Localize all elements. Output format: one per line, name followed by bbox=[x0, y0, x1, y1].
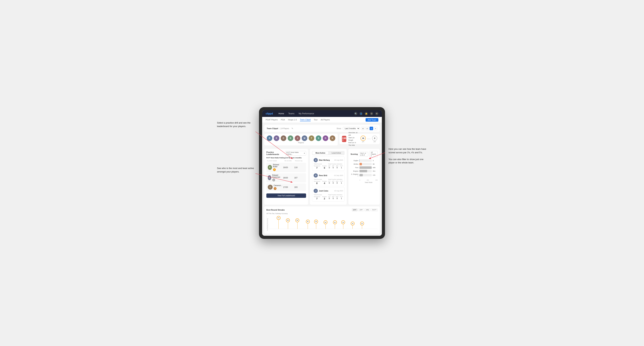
player-avatar-7[interactable]: T bbox=[309, 135, 314, 141]
activity-card: J Josh Coles 26 Aug 2023 Total Rounds To… bbox=[312, 187, 344, 201]
shot-badge: 198 sc bbox=[342, 136, 346, 142]
activity-cards: B Blair McHarg 26 Aug 2023 Total Rounds … bbox=[312, 156, 344, 201]
streak-btn-putt[interactable]: PUTT bbox=[371, 208, 378, 211]
subnav-pga[interactable]: PGA bbox=[281, 119, 285, 121]
nav-performance[interactable]: My Performance bbox=[299, 112, 314, 115]
grid-active-icon[interactable]: ⊡ bbox=[370, 127, 373, 130]
nav-home[interactable]: Home bbox=[278, 112, 284, 115]
list-icon[interactable]: ≡ bbox=[374, 127, 377, 130]
pac-date: 26 Aug 2023 bbox=[334, 159, 343, 161]
pac-avatar: J bbox=[314, 189, 318, 193]
chart-x-axis: 0200400 bbox=[350, 179, 378, 181]
streak-btn-arg[interactable]: ARG bbox=[364, 208, 370, 211]
pin-badge: 4x bbox=[333, 220, 337, 224]
bar-row: Eagles 3 bbox=[350, 159, 378, 162]
pin-badge: 4x bbox=[341, 220, 345, 224]
player-avatar-9[interactable]: D bbox=[323, 135, 328, 141]
bar-fill bbox=[360, 174, 362, 176]
add-team-button[interactable]: Add Team bbox=[366, 118, 378, 122]
leaderboard-rows: R Richard Butler 1 19/20 110 E Edward Cr… bbox=[266, 163, 306, 191]
pin-line bbox=[316, 223, 316, 229]
shot-card: 198 sc Shot Dist: 16 yds Start Lie: Roug… bbox=[340, 134, 380, 144]
player-avatar-3[interactable]: C bbox=[281, 135, 286, 141]
subnav-pgat[interactable]: PGAT Players bbox=[266, 119, 278, 121]
player-avatar-6[interactable]: M bbox=[302, 135, 307, 141]
lb-name: Edward Crossman bbox=[272, 174, 282, 178]
player-avatar-2[interactable]: E bbox=[274, 135, 279, 141]
lb-player: E Edward Crossman 2 bbox=[268, 174, 282, 181]
streak-btn-app[interactable]: APP bbox=[358, 208, 364, 211]
team-name: Team Clippd bbox=[267, 127, 278, 130]
lb-name: Richard Butler bbox=[273, 164, 282, 168]
edit-icon[interactable]: ✎ bbox=[292, 127, 293, 130]
player-filter-dropdown[interactable]: All Players ▾ bbox=[370, 151, 378, 157]
bar-label: Bogeys bbox=[350, 170, 358, 172]
practice-val: 6 bbox=[322, 167, 326, 169]
app-val: 0 bbox=[332, 182, 334, 184]
subnav-teamclippd[interactable]: Team Clippd bbox=[300, 119, 310, 121]
player-avatar-5[interactable]: J bbox=[295, 135, 300, 141]
shot-circle-1: 16 bbox=[360, 136, 366, 141]
leaderboard-dropdown[interactable]: PUTT Must Make Putting... ▾ bbox=[285, 151, 306, 156]
leaderboard-row: C Cameron... 3 17/20 103 bbox=[266, 183, 306, 191]
view-full-leaderboard-button[interactable]: View Full Leaderboard bbox=[266, 193, 306, 198]
least-active-toggle[interactable]: Least Active bbox=[328, 151, 344, 155]
practice-leaderboard-panel: Practice Leaderboards PUTT Must Make Put… bbox=[264, 149, 308, 205]
bar-row: Birdies 96 bbox=[350, 163, 378, 165]
total-practice-label: Total Practice Activities bbox=[328, 178, 343, 180]
search-icon[interactable]: 🔍 bbox=[354, 112, 357, 115]
bell-icon[interactable]: 🔔 bbox=[365, 112, 368, 115]
player-avatar-1[interactable]: R bbox=[267, 135, 272, 141]
pac-player: R Rees Britt bbox=[314, 173, 327, 177]
arg-val: 0 bbox=[336, 182, 338, 184]
bar-fill bbox=[360, 170, 367, 172]
bar-fill bbox=[360, 166, 372, 169]
subnav-allplayers[interactable]: All Players bbox=[321, 119, 330, 121]
grid-3-icon[interactable]: ⊟ bbox=[366, 127, 369, 130]
lb-score: 19/20 bbox=[283, 166, 294, 169]
three-col-section: Practice Leaderboards PUTT Must Make Put… bbox=[264, 149, 380, 205]
period-dropdown[interactable]: Last 3 months bbox=[343, 127, 360, 130]
subnav-tour[interactable]: Tour bbox=[314, 119, 318, 121]
scoring-title: Scoring bbox=[350, 153, 358, 155]
streaks-header: Best Round Streaks OTTAPPARGPUTT bbox=[266, 208, 378, 211]
lb-badge: 2 bbox=[272, 178, 275, 181]
most-active-toggle[interactable]: Most Active bbox=[312, 151, 328, 155]
nav-icons: 🔍 👤 🔔 ⚙ ▼ bbox=[354, 112, 378, 115]
settings-icon[interactable]: ⚙ bbox=[370, 112, 373, 115]
streaks-section: Best Round Streaks OTTAPPARGPUTT Off The… bbox=[264, 206, 380, 234]
tablet-frame: clippd Home Teams My Performance 🔍 👤 🔔 ⚙… bbox=[259, 107, 385, 239]
avatar-icon[interactable]: ▼ bbox=[375, 112, 378, 115]
bar-row: Bogeys 311 bbox=[350, 170, 378, 172]
total-rounds-label: Total Rounds bbox=[314, 178, 326, 180]
player-avatar-10[interactable]: K bbox=[330, 135, 335, 141]
annotation-top-left: Select a practice drill and see the lead… bbox=[217, 121, 256, 128]
tournament-val: 7 bbox=[314, 197, 320, 200]
team-count: | 14 Players bbox=[280, 128, 289, 130]
putt-val: 1 bbox=[340, 197, 343, 199]
tablet-screen: clippd Home Teams My Performance 🔍 👤 🔔 ⚙… bbox=[262, 110, 382, 236]
bar-track bbox=[360, 170, 372, 172]
leaderboard-row: R Richard Butler 1 19/20 110 bbox=[266, 163, 306, 172]
pac-header: J Josh Coles 26 Aug 2023 bbox=[314, 189, 343, 193]
timeline-y-label: % Fairway Accuracy bbox=[267, 218, 268, 231]
subnav-hcaps[interactable]: Hcaps 1-5 bbox=[288, 119, 297, 121]
player-avatar-4[interactable]: B bbox=[288, 135, 293, 141]
user-icon[interactable]: 👤 bbox=[360, 112, 362, 115]
lb-avatar: C bbox=[268, 185, 273, 190]
par-filter-dropdown[interactable]: Par 3, 4 & 5s ▾ bbox=[359, 152, 368, 156]
grid-2-icon[interactable]: ⊞ bbox=[361, 127, 365, 130]
bar-track bbox=[360, 159, 372, 162]
player-avatar-8[interactable]: S bbox=[316, 135, 321, 141]
pac-header: R Rees Britt 02 Sep 2023 bbox=[314, 173, 343, 177]
streak-btn-ott[interactable]: OTT bbox=[352, 208, 358, 211]
shot-info: Shot Dist: 16 yds Start Lie: Rough End L… bbox=[348, 131, 358, 147]
tournament-val: 7 bbox=[314, 167, 320, 169]
bar-label: Birdies bbox=[350, 163, 358, 165]
nav-teams[interactable]: Teams bbox=[288, 112, 294, 115]
bar-row: D. Bogeys + 131 bbox=[350, 173, 378, 177]
scoring-panel: Scoring Par 3, 4 & 5s ▾ All Players ▾ Ea… bbox=[348, 149, 380, 205]
players-row: R E C B J M T S D K Players bbox=[264, 134, 338, 145]
putt-val: 1 bbox=[340, 167, 343, 169]
lb-score: 17/20 bbox=[283, 186, 294, 188]
